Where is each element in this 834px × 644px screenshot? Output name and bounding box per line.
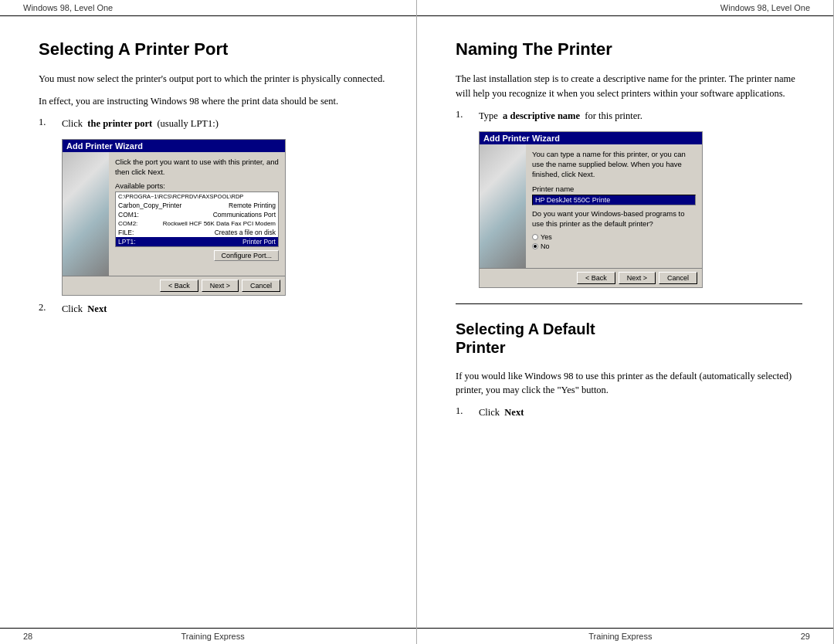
wizard2-radio-group: Yes No [532, 233, 696, 250]
wizard2-title: Add Printer Wizard [483, 134, 560, 143]
left-step2-text: Click Next [62, 302, 385, 317]
wizard2-cancel-button[interactable]: Cancel [659, 272, 697, 284]
right-page: Windows 98, Level One Naming The Printer… [417, 0, 834, 644]
wizard2-printer-name-input[interactable]: HP DeskJet 550C Printe [532, 195, 696, 205]
wizard-port-item-2: COM1:Communications Port [116, 210, 278, 219]
wizard2-printer-label: Printer name [532, 185, 696, 193]
wizard2-back-button[interactable]: < Back [577, 272, 615, 284]
wizard2-illustration [480, 144, 526, 268]
right-step2: 1. Click Next [456, 405, 802, 420]
left-para1: You must now select the printer's output… [39, 72, 385, 86]
wizard-port-item-0: C:\PROGRA~1\RCS\RCPRDV\FAXSPOOL\RDP [116, 192, 278, 201]
left-step2-prefix: Click [62, 303, 83, 314]
wizard2-next-button[interactable]: Next > [619, 272, 656, 284]
wizard-illustration [63, 152, 109, 276]
wizard-title: Add Printer Wizard [66, 141, 143, 151]
wizard2-footer: < Back Next > Cancel [480, 268, 702, 287]
left-page: Windows 98, Level One Selecting A Printe… [0, 0, 417, 644]
left-para2: In effect, you are instructing Windows 9… [39, 94, 385, 109]
wizard2-instruction-text: You can type a name for this printer, or… [532, 149, 696, 180]
left-content: Selecting A Printer Port You must now se… [0, 16, 416, 628]
wizard2-right-panel: You can type a name for this printer, or… [526, 144, 702, 268]
right-section2-title: Selecting A DefaultPrinter [456, 320, 802, 357]
section-divider [456, 303, 802, 304]
wizard-ports-label: Available ports: [115, 181, 279, 190]
radio-yes-indicator[interactable] [532, 234, 538, 240]
radio-no-label: No [541, 242, 550, 250]
right-step1-number: 1. [456, 109, 479, 120]
right-step1-prefix: Type [479, 110, 498, 121]
wizard-back-button[interactable]: < Back [160, 280, 198, 292]
wizard-instruction-text: Click the port you want to use with this… [115, 157, 279, 178]
wizard-port-item-5: LPT1:Printer Port [116, 237, 278, 246]
right-content: Naming The Printer The last installation… [417, 16, 833, 628]
right-step1-bold: a descriptive name [503, 110, 580, 121]
right-footer-brand: Training Express [588, 632, 652, 641]
right-section2-para: If you would like Windows 98 to use this… [456, 369, 802, 398]
wizard-footer: < Back Next > Cancel [63, 276, 285, 295]
radio-yes-label: Yes [541, 233, 552, 241]
wizard2-radio-no: No [532, 242, 696, 250]
configure-port-button[interactable]: Configure Port... [214, 250, 279, 261]
right-step2-text: Click Next [479, 405, 802, 420]
wizard-cancel-button[interactable]: Cancel [242, 280, 280, 292]
right-header: Windows 98, Level One [417, 0, 833, 16]
wizard2-body: You can type a name for this printer, or… [480, 144, 702, 268]
left-step2: 2. Click Next [39, 302, 385, 317]
right-footer: Training Express 29 [417, 628, 833, 644]
wizard-port-item-1: Carbon_Copy_PrinterRemote Printing [116, 201, 278, 210]
wizard-right-panel: Click the port you want to use with this… [109, 152, 285, 276]
right-header-text: Windows 98, Level One [720, 3, 810, 12]
right-para1: The last installation step is to create … [456, 72, 802, 101]
left-step2-bold: Next [87, 303, 107, 314]
left-step1-bold: the printer port [87, 118, 152, 129]
wizard2-default-question: Do you want your Windows-based programs … [532, 208, 696, 229]
left-step2-number: 2. [39, 302, 62, 314]
right-step1: 1. Type a descriptive name for this prin… [456, 109, 802, 124]
left-step1-suffix: (usually LPT1:) [157, 118, 219, 129]
wizard-port-item-4: FILE:Creates a file on disk [116, 228, 278, 237]
wizard2-titlebar: Add Printer Wizard [480, 132, 702, 144]
left-section-title: Selecting A Printer Port [39, 39, 385, 59]
wizard2-screenshot: Add Printer Wizard You can type a name f… [479, 131, 703, 288]
left-footer-page-num: 28 [23, 632, 32, 641]
right-step2-prefix: Click [479, 407, 500, 418]
wizard-body: Click the port you want to use with this… [63, 152, 285, 276]
left-step1-text: Click the printer port (usually LPT1:) [62, 117, 385, 131]
left-step1: 1. Click the printer port (usually LPT1:… [39, 117, 385, 131]
radio-no-indicator[interactable] [532, 243, 538, 249]
wizard-port-item-3: COM2:Rockwell HCF 56K Data Fax PCI Modem [116, 219, 278, 228]
right-section-title: Naming The Printer [456, 39, 802, 59]
right-footer-page-num: 29 [801, 632, 810, 641]
wizard-ports-list: C:\PROGRA~1\RCS\RCPRDV\FAXSPOOL\RDP Carb… [115, 192, 279, 247]
wizard2-radio-yes: Yes [532, 233, 696, 241]
left-footer-brand: Training Express [181, 632, 245, 641]
left-header-text: Windows 98, Level One [23, 3, 113, 12]
left-step1-prefix: Click [62, 118, 83, 129]
right-step2-bold: Next [504, 407, 524, 418]
right-step2-number: 1. [456, 405, 479, 417]
wizard2-printer-value: HP DeskJet 550C Printe [535, 196, 610, 204]
left-step1-number: 1. [39, 117, 62, 128]
wizard-screenshot: Add Printer Wizard Click the port you wa… [62, 139, 286, 296]
right-step1-suffix: for this printer. [585, 110, 642, 121]
wizard-titlebar: Add Printer Wizard [63, 140, 285, 152]
left-header: Windows 98, Level One [0, 0, 416, 16]
right-step1-text: Type a descriptive name for this printer… [479, 109, 802, 124]
left-footer: 28 Training Express [0, 628, 416, 644]
wizard-next-button[interactable]: Next > [202, 280, 239, 292]
